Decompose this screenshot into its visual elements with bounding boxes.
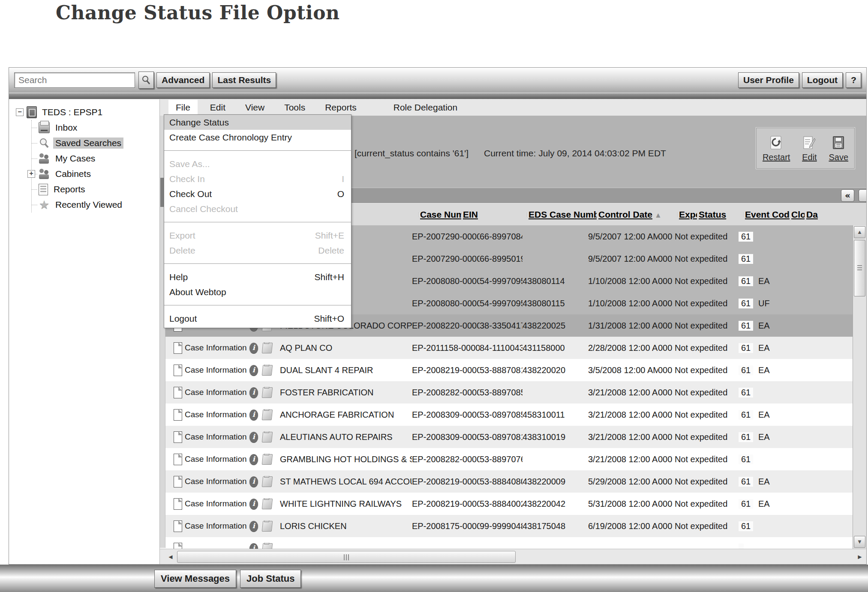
info-icon[interactable] <box>249 476 258 487</box>
tree-root-teds[interactable]: TEDS : EPSP1 <box>16 105 159 120</box>
table-row[interactable]: Case Information <box>160 537 866 549</box>
folder-icon[interactable] <box>261 343 273 353</box>
file-menu-item[interactable]: Delete Delete <box>164 243 351 258</box>
table-row[interactable]: Case Information ANCHORAGE FABRICATION E… <box>160 404 866 426</box>
user-profile-button[interactable]: User Profile <box>738 72 799 88</box>
menu-bar-item[interactable]: View <box>238 100 272 115</box>
case-information-link[interactable]: Case Information <box>185 365 247 375</box>
info-icon[interactable] <box>249 499 258 509</box>
column-header[interactable]: Da▲ <box>805 209 827 220</box>
sidebar-item-my-cases[interactable]: My Cases <box>32 151 159 166</box>
logout-button[interactable]: Logout <box>802 72 843 88</box>
folder-icon[interactable] <box>261 432 273 443</box>
search-input[interactable] <box>14 72 135 88</box>
sidebar-item-inbox[interactable]: Inbox <box>32 120 159 135</box>
search-button[interactable] <box>138 72 154 89</box>
menu-bar-item[interactable]: Role Delegation <box>386 100 465 115</box>
table-row[interactable]: Case Information LORIS CHICKEN EP-200817… <box>160 515 866 537</box>
file-menu-item[interactable]: Help Shift+H <box>164 269 351 284</box>
case-information-link[interactable]: Case Information <box>185 410 247 419</box>
column-header[interactable]: Control Date▲ <box>597 209 677 220</box>
folder-icon[interactable] <box>261 543 273 549</box>
help-button[interactable]: ? <box>846 72 861 88</box>
file-menu-item[interactable]: Check In I <box>164 171 351 186</box>
case-information-link[interactable]: Case Information <box>185 343 247 353</box>
case-information-link[interactable]: Case Information <box>185 432 247 442</box>
file-menu-item[interactable] <box>164 305 351 305</box>
folder-icon[interactable] <box>261 387 273 398</box>
scroll-up-icon[interactable] <box>854 226 865 238</box>
case-information-link[interactable]: Case Information <box>185 499 247 508</box>
info-icon[interactable] <box>249 432 258 443</box>
table-row[interactable]: Case Information AQ PLAN CO EP-2011158-0… <box>160 337 866 359</box>
info-icon[interactable] <box>249 343 258 353</box>
case-information-link[interactable]: Case Information <box>185 477 247 486</box>
table-row[interactable]: Case Information FOSTER FABRICATION EP-2… <box>160 381 866 404</box>
info-icon[interactable] <box>249 521 258 532</box>
file-menu-item[interactable] <box>164 222 351 222</box>
folder-icon[interactable] <box>261 410 273 420</box>
horizontal-scrollbar[interactable] <box>160 549 866 564</box>
info-icon[interactable] <box>249 410 258 420</box>
sidebar-item-recently-viewed[interactable]: Recently Viewed <box>32 197 159 212</box>
column-header[interactable]: EDS Case Number▲ <box>527 209 597 220</box>
file-menu-item[interactable] <box>164 150 351 151</box>
file-menu-item[interactable]: About Webtop <box>164 284 351 299</box>
menu-bar-item[interactable]: File <box>168 100 198 115</box>
sidebar-item-cabinets[interactable]: Cabinets <box>32 166 159 182</box>
folder-icon[interactable] <box>261 476 273 487</box>
column-header[interactable]: Closing Code▲ <box>790 209 805 220</box>
info-icon[interactable] <box>249 365 258 376</box>
sidebar-item-saved-searches[interactable]: Saved Searches <box>32 135 159 151</box>
table-row[interactable]: Case Information ALEUTIANS AUTO REPAIRS … <box>160 426 866 448</box>
scroll-down-icon[interactable] <box>854 536 865 548</box>
advanced-button[interactable]: Advanced <box>156 72 210 88</box>
case-information-link[interactable]: Case Information <box>185 454 247 464</box>
file-menu-item[interactable]: Check Out O <box>164 186 351 201</box>
collapse-columns-icon[interactable] <box>841 189 854 202</box>
restart-button[interactable]: Restart <box>763 136 790 162</box>
column-header[interactable]: Expedite Reason Code▲ <box>677 209 697 220</box>
collapse-expand-icon[interactable] <box>16 108 24 116</box>
info-icon[interactable] <box>249 454 258 465</box>
table-row[interactable]: Case Information DUAL SLANT 4 REPAIR EP-… <box>160 359 866 381</box>
scroll-left-icon[interactable] <box>165 551 176 563</box>
view-messages-button[interactable]: View Messages <box>154 570 236 588</box>
save-button[interactable]: Save <box>829 136 848 162</box>
edit-button[interactable]: Edit <box>802 136 817 162</box>
file-menu-item[interactable]: Logout Shift+O <box>164 311 351 326</box>
case-information-link[interactable]: Case Information <box>185 521 247 531</box>
horizontal-scrollbar-thumb[interactable] <box>177 551 516 563</box>
table-row[interactable]: Case Information WHITE LIGHTNING RAILWAY… <box>160 493 866 515</box>
folder-icon[interactable] <box>261 521 273 532</box>
file-menu-item[interactable]: Export Shift+E <box>164 228 351 243</box>
folder-icon[interactable] <box>261 365 273 376</box>
vertical-scrollbar[interactable] <box>853 225 866 549</box>
column-header[interactable]: Status▲ <box>697 209 743 220</box>
folder-icon[interactable] <box>261 499 273 509</box>
last-results-button[interactable]: Last Results <box>212 72 276 88</box>
file-menu-item[interactable]: Save As... <box>164 156 351 171</box>
vertical-scrollbar-thumb[interactable] <box>854 240 865 296</box>
info-icon[interactable] <box>249 387 258 398</box>
menu-bar-item[interactable]: Tools <box>277 100 312 115</box>
column-header[interactable]: Case Number▲ <box>418 209 461 220</box>
scroll-right-icon[interactable] <box>854 551 865 563</box>
job-status-button[interactable]: Job Status <box>240 570 301 588</box>
file-menu-item[interactable]: Change Status <box>164 115 351 130</box>
sidebar-item-reports[interactable]: Reports <box>32 182 159 197</box>
folder-icon[interactable] <box>261 454 273 465</box>
file-menu-item[interactable]: Cancel Checkout <box>164 201 351 216</box>
case-information-link[interactable]: Case Information <box>185 388 247 397</box>
clipped-toolbar-icon[interactable] <box>859 189 866 202</box>
info-icon[interactable] <box>249 543 258 549</box>
table-row[interactable]: Case Information GRAMBLING HOT HOLDINGS … <box>160 448 866 470</box>
menu-bar-item[interactable]: Reports <box>318 100 364 115</box>
table-row[interactable]: Case Information ST MATHEWS LOCAL 694 AC… <box>160 470 866 493</box>
menu-bar-item[interactable]: Edit <box>203 100 233 115</box>
column-header[interactable]: Event Code▲ <box>743 209 790 220</box>
file-menu-item[interactable] <box>164 263 351 264</box>
column-header[interactable]: EIN▲ <box>461 209 527 220</box>
expand-icon[interactable] <box>27 170 35 178</box>
file-menu-item[interactable]: Create Case Chronology Entry <box>164 130 351 145</box>
